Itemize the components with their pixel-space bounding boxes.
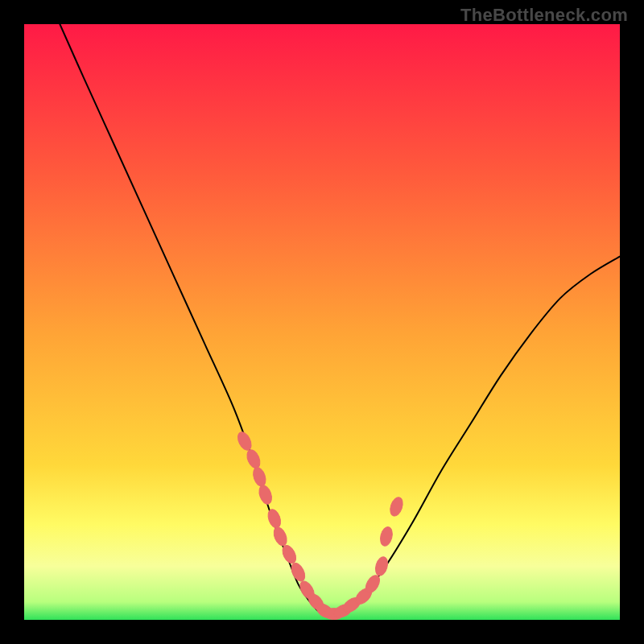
bottleneck-curve: [60, 24, 620, 615]
scatter-point: [235, 430, 254, 452]
scatter-point: [257, 484, 274, 506]
scatter-points-group: [235, 430, 405, 620]
scatter-point: [378, 526, 394, 547]
chart-svg: [24, 24, 620, 620]
scatter-point: [374, 555, 390, 577]
scatter-point: [388, 496, 405, 518]
scatter-point: [251, 466, 268, 488]
scatter-point: [245, 448, 262, 470]
chart-frame: TheBottleneck.com: [0, 0, 644, 644]
plot-area: [24, 24, 620, 620]
scatter-point: [271, 526, 289, 548]
watermark-text: TheBottleneck.com: [460, 5, 628, 26]
scatter-point: [266, 508, 283, 530]
scatter-point: [289, 561, 308, 584]
